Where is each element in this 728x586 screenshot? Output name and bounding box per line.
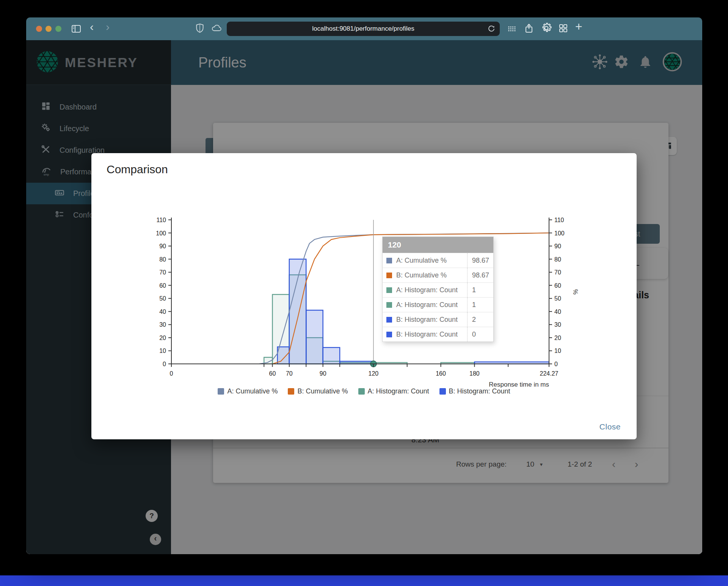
sidebar-toggle-icon[interactable]: [71, 24, 82, 36]
tooltip-row: A: Histogram: Count1: [383, 297, 493, 312]
tooltip-swatch: [386, 302, 392, 308]
svg-text:0: 0: [170, 370, 173, 377]
svg-text:110: 110: [156, 217, 166, 223]
forward-icon[interactable]: ›: [106, 20, 110, 33]
svg-text:10: 10: [554, 348, 561, 354]
legend-label: A: Cumulative %: [227, 387, 278, 395]
tooltip-row: B: Cumulative %98.67: [383, 268, 493, 282]
svg-text:224.27: 224.27: [540, 370, 559, 377]
address-bar[interactable]: localhost:9081/performance/profiles: [227, 22, 500, 36]
tooltip-value: 1: [467, 283, 493, 297]
browser-toolbar: ‹ › localhost:9081/performance/profiles: [26, 17, 702, 40]
svg-text:70: 70: [554, 269, 561, 276]
share-icon[interactable]: [524, 23, 534, 36]
comparison-chart-svg: 0010102020303040405050606070708080909010…: [135, 212, 590, 390]
legend-item[interactable]: B: Cumulative %: [288, 387, 348, 395]
tooltip-label: A: Histogram: Count: [396, 286, 467, 294]
legend-swatch: [358, 388, 365, 395]
svg-text:160: 160: [436, 370, 446, 377]
privacy-shield-icon[interactable]: [195, 23, 205, 35]
svg-text:90: 90: [159, 243, 166, 249]
svg-text:20: 20: [159, 335, 166, 341]
svg-text:110: 110: [554, 217, 564, 223]
cloud-icon[interactable]: [211, 24, 223, 34]
svg-text:60: 60: [269, 370, 276, 377]
reload-icon[interactable]: [487, 24, 496, 35]
tooltip-label: B: Cumulative %: [396, 271, 467, 279]
back-icon[interactable]: ‹: [90, 20, 94, 33]
svg-text:%: %: [572, 289, 579, 295]
tooltip-value: 98.67: [467, 253, 493, 268]
svg-text:30: 30: [554, 321, 561, 328]
svg-text:90: 90: [554, 243, 561, 249]
svg-text:10: 10: [159, 348, 166, 354]
screen: ‹ › localhost:9081/performance/profiles: [0, 0, 728, 586]
tooltip-value: 0: [467, 327, 493, 342]
chart-legend: A: Cumulative %B: Cumulative %A: Histogr…: [91, 387, 637, 395]
comparison-modal: Comparison 00101020203030404050506060707…: [91, 153, 637, 439]
comparison-chart: 0010102020303040405050606070708080909010…: [135, 212, 590, 390]
svg-text:60: 60: [554, 282, 561, 289]
svg-text:120: 120: [369, 370, 379, 377]
svg-text:20: 20: [554, 335, 561, 341]
minimize-window-button[interactable]: [46, 26, 52, 32]
new-tab-icon[interactable]: +: [575, 20, 582, 34]
modal-title: Comparison: [107, 163, 168, 176]
tooltip-header: 120: [383, 237, 493, 253]
browser-window: ‹ › localhost:9081/performance/profiles: [26, 17, 702, 554]
close-button[interactable]: Close: [597, 422, 623, 432]
svg-text:50: 50: [159, 295, 166, 302]
legend-item[interactable]: A: Cumulative %: [218, 387, 278, 395]
tooltip-swatch: [386, 287, 392, 293]
svg-text:40: 40: [159, 309, 166, 315]
svg-text:100: 100: [156, 230, 166, 237]
svg-text:80: 80: [554, 256, 561, 263]
svg-text:180: 180: [469, 370, 480, 377]
tooltip-row: A: Histogram: Count1: [383, 282, 493, 297]
svg-text:80: 80: [159, 256, 166, 263]
legend-item[interactable]: B: Histogram: Count: [439, 387, 510, 395]
svg-text:90: 90: [320, 370, 326, 377]
chart-tooltip: 120 A: Cumulative %98.67B: Cumulative %9…: [382, 237, 494, 342]
tooltip-label: A: Histogram: Count: [396, 301, 467, 309]
tooltip-swatch: [386, 258, 392, 263]
legend-swatch: [288, 388, 294, 395]
svg-text:60: 60: [159, 282, 166, 289]
svg-text:30: 30: [159, 321, 166, 328]
url-text: localhost:9081/performance/profiles: [312, 25, 414, 33]
svg-text:50: 50: [554, 295, 561, 302]
tooltip-swatch: [386, 332, 392, 337]
svg-text:40: 40: [554, 309, 561, 315]
svg-text:100: 100: [554, 230, 565, 237]
svg-text:0: 0: [163, 361, 166, 367]
tooltip-label: A: Cumulative %: [396, 257, 467, 265]
legend-label: A: Histogram: Count: [368, 387, 429, 395]
legend-swatch: [218, 388, 224, 395]
tab-overview-icon[interactable]: [558, 23, 568, 35]
close-window-button[interactable]: [36, 26, 42, 32]
tooltip-value: 2: [467, 312, 493, 327]
legend-swatch: [439, 388, 446, 395]
tooltip-label: B: Histogram: Count: [396, 316, 467, 324]
tooltip-row: A: Cumulative %98.67: [383, 253, 493, 268]
svg-text:70: 70: [159, 269, 166, 276]
legend-item[interactable]: A: Histogram: Count: [358, 387, 429, 395]
tooltip-row: B: Histogram: Count2: [383, 312, 493, 327]
zoom-window-button[interactable]: [55, 26, 61, 32]
tooltip-value: 98.67: [467, 268, 493, 282]
tooltip-value: 1: [467, 298, 493, 312]
svg-text:0: 0: [554, 361, 558, 367]
svg-text:70: 70: [286, 370, 293, 377]
legend-label: B: Histogram: Count: [449, 387, 510, 395]
dock-strip: [0, 575, 728, 586]
page-viewport: MESHERY Dashboard Lifecycle Configuratio…: [26, 40, 702, 554]
extensions-grid-icon[interactable]: [507, 24, 517, 35]
tooltip-swatch: [386, 273, 392, 278]
tooltip-row: B: Histogram: Count0: [383, 327, 493, 342]
tooltip-label: B: Histogram: Count: [396, 331, 467, 338]
tooltip-rows: A: Cumulative %98.67B: Cumulative %98.67…: [383, 253, 493, 342]
tooltip-swatch: [386, 317, 392, 323]
settings-gear-icon[interactable]: [541, 22, 552, 35]
legend-label: B: Cumulative %: [297, 387, 348, 395]
